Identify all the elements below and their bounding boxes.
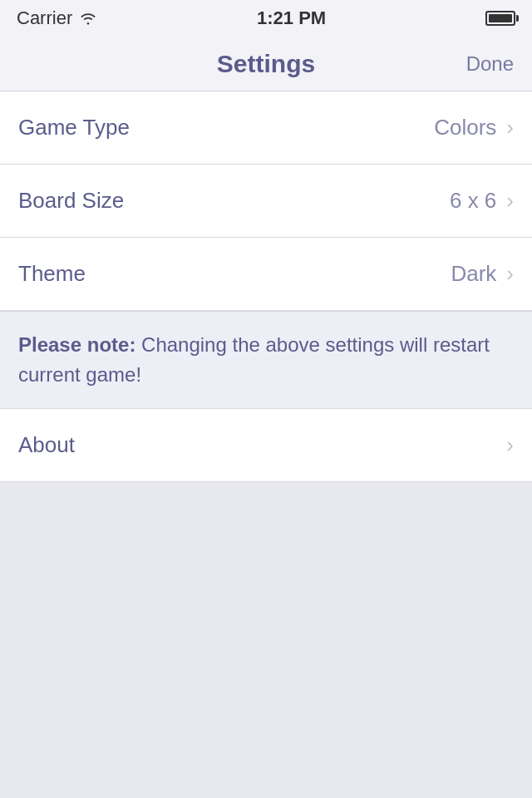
- game-type-chevron-icon: ›: [506, 115, 514, 140]
- about-chevron-icon: ›: [506, 432, 514, 458]
- nav-title: Settings: [217, 50, 315, 78]
- theme-row[interactable]: Theme Dark ›: [0, 238, 532, 311]
- settings-note: Please note: Changing the above settings…: [0, 311, 532, 409]
- nav-bar: Settings Done: [0, 37, 532, 91]
- status-bar: Carrier 1:21 PM: [0, 0, 532, 37]
- game-type-row[interactable]: Game Type Colors ›: [0, 91, 532, 165]
- about-label: About: [18, 432, 75, 458]
- board-size-label: Board Size: [18, 188, 124, 214]
- board-size-row[interactable]: Board Size 6 x 6 ›: [0, 165, 532, 238]
- settings-note-text: Please note: Changing the above settings…: [18, 330, 514, 390]
- note-bold: Please note:: [18, 333, 135, 356]
- game-type-right: Colors ›: [434, 115, 514, 140]
- board-size-chevron-icon: ›: [506, 188, 514, 214]
- board-size-value: 6 x 6: [450, 188, 496, 214]
- battery-icon: [485, 11, 515, 26]
- theme-value: Dark: [451, 261, 496, 287]
- board-size-right: 6 x 6 ›: [450, 188, 514, 214]
- game-type-label: Game Type: [18, 115, 130, 140]
- carrier-label: Carrier: [17, 7, 97, 29]
- theme-label: Theme: [18, 261, 86, 287]
- theme-chevron-icon: ›: [506, 261, 514, 287]
- settings-list: Game Type Colors › Board Size 6 x 6 › Th…: [0, 91, 532, 409]
- done-button[interactable]: Done: [466, 52, 514, 76]
- about-right: ›: [506, 432, 514, 458]
- wifi-icon: [79, 12, 97, 25]
- about-row[interactable]: About ›: [0, 409, 532, 482]
- game-type-value: Colors: [434, 115, 496, 140]
- theme-right: Dark ›: [451, 261, 514, 287]
- about-section: About ›: [0, 409, 532, 482]
- carrier-text: Carrier: [17, 7, 72, 29]
- status-time: 1:21 PM: [257, 7, 326, 29]
